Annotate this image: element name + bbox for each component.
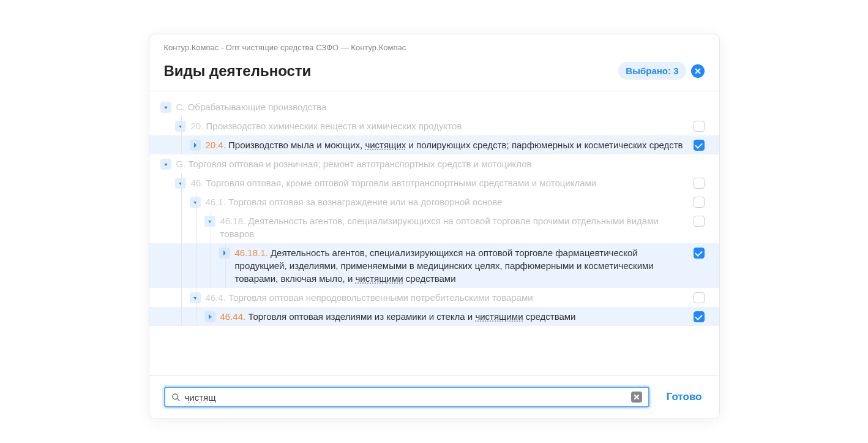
node-label: Производство мыла и моющих, чистящих и п… [228,140,683,150]
close-icon [695,68,701,74]
node-code: 46.18. [220,216,246,226]
dialog-header: Контур.Компас - Опт чистящие средства СЗ… [149,34,719,91]
node-checkbox[interactable] [694,216,705,227]
tree-node-46-18-1[interactable]: 46.18.1. Деятельность агентов, специализ… [149,243,719,288]
svg-point-0 [172,394,178,399]
node-label: Торговля оптовая за вознаграждение или н… [228,197,502,207]
dialog-footer: Готово [149,375,719,418]
tree-node-20-4[interactable]: 20.4. Производство мыла и моющих, чистящ… [149,135,719,154]
page-title: Виды деятельности [164,62,312,80]
node-checkbox[interactable] [694,121,705,132]
node-code: C. [176,102,185,112]
tree-node-46[interactable]: 46. Торговля оптовая, кроме оптовой торг… [149,173,719,192]
done-button[interactable]: Готово [664,387,705,407]
activity-types-dialog: Контур.Компас - Опт чистящие средства СЗ… [149,34,720,419]
node-checkbox[interactable] [694,311,705,322]
node-code: 46.1. [206,197,226,207]
clear-selection-button[interactable] [691,64,705,78]
search-icon [171,393,180,401]
tree-node-20[interactable]: 20. Производство химических веществ и хи… [149,116,719,135]
node-checkbox[interactable] [694,197,705,208]
activity-tree: C. Обрабатывающие производства 20. Произ… [149,91,719,375]
collapse-icon[interactable] [190,292,201,303]
collapse-icon[interactable] [160,159,171,170]
expand-icon[interactable] [219,248,230,259]
clear-search-button[interactable] [631,392,642,403]
collapse-icon[interactable] [204,216,215,227]
node-label: Торговля оптовая изделиями из керамики и… [248,311,575,322]
expand-icon[interactable] [204,311,215,322]
node-label: Торговля оптовая, кроме оптовой торговли… [206,178,597,188]
node-label: Торговля оптовая непродовольственными по… [228,292,533,303]
selected-count-badge[interactable]: Выбрано: 3 [618,62,686,80]
collapse-icon[interactable] [190,197,201,208]
window-title: Контур.Компас - Опт чистящие средства СЗ… [164,43,705,52]
node-code: 20. [191,121,204,131]
close-icon [634,395,639,399]
tree-node-C[interactable]: C. Обрабатывающие производства [149,97,719,116]
node-checkbox[interactable] [694,178,705,189]
tree-node-46-18[interactable]: 46.18. Деятельность агентов, специализир… [149,211,719,243]
tree-node-G[interactable]: G. Торговля оптовая и розничная; ремонт … [149,154,719,173]
tree-node-46-4[interactable]: 46.4. Торговля оптовая непродовольственн… [149,288,719,307]
collapse-icon[interactable] [175,121,186,132]
selection-summary: Выбрано: 3 [618,62,704,80]
tree-node-46-1[interactable]: 46.1. Торговля оптовая за вознаграждение… [149,192,719,211]
node-code: 46.4. [206,292,226,303]
collapse-icon[interactable] [175,178,186,189]
node-checkbox[interactable] [694,292,705,303]
node-code: 20.4. [206,140,226,150]
node-checkbox[interactable] [694,140,705,151]
node-code: 46.18.1. [235,248,268,258]
search-input[interactable] [185,392,626,403]
node-code: 46. [191,178,204,188]
collapse-icon[interactable] [160,102,171,113]
node-code: 46.44. [220,311,246,322]
tree-node-46-44[interactable]: 46.44. Торговля оптовая изделиями из кер… [149,307,719,326]
search-field-wrapper[interactable] [164,387,649,407]
node-label: Обрабатывающие производства [188,102,327,112]
expand-icon[interactable] [190,140,201,151]
node-label: Производство химических веществ и химиче… [206,121,462,131]
node-label: Деятельность агентов, специализирующихся… [235,248,654,284]
node-label: Деятельность агентов, специализирующихся… [220,216,659,239]
node-label: Торговля оптовая и розничная; ремонт авт… [189,159,532,169]
node-checkbox[interactable] [694,248,705,259]
node-code: G. [176,159,186,169]
